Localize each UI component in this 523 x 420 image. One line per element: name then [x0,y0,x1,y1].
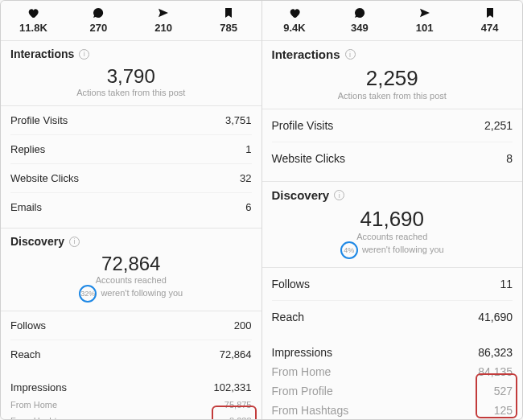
stat-shares[interactable]: 101 [392,6,457,34]
not-following-percent: 32% [79,285,97,303]
discovery-rows: Follows200 Reach72,864 [1,311,262,375]
row-website-clicks: Website Clicks8 [272,142,513,175]
engagement-bar: 9.4K 349 101 474 [262,1,523,41]
row-impressions: Impressions86,323 [272,343,513,362]
insights-panel-right: 9.4K 349 101 474 Interactions i 2,259 Ac… [262,1,523,419]
interactions-total: 3,790 [10,65,252,88]
interactions-header: Interactions i [10,47,252,60]
interactions-header: Interactions i [272,47,513,61]
row-emails: Emails6 [10,193,252,221]
interactions-section: Interactions i 2,259 Actions taken from … [262,41,523,109]
discovery-section: Discovery i 72,864 Accounts reached 32% … [1,228,262,311]
interactions-rows: Profile Visits2,251 Website Clicks8 [262,109,523,181]
engagement-bar: 11.8K 270 210 785 [1,1,262,41]
interactions-title: Interactions [10,47,74,60]
discovery-subtitle: Accounts reached 32% weren't following y… [10,275,252,303]
stat-likes[interactable]: 9.4K [262,6,327,34]
discovery-subtitle: Accounts reached 4% weren't following yo… [272,232,513,259]
discovery-rows: Follows11 Reach41,690 [262,268,523,340]
interactions-subtitle: Actions taken from this post [272,91,513,101]
discovery-header: Discovery i [10,235,252,248]
row-website-clicks: Website Clicks32 [10,164,252,193]
row-profile-visits: Profile Visits2,251 [272,109,513,142]
stat-shares[interactable]: 210 [131,6,196,34]
info-icon[interactable]: i [79,49,89,60]
interactions-subtitle: Actions taken from this post [10,88,252,97]
bookmark-icon [221,6,236,20]
comments-value: 270 [89,22,107,34]
bookmark-icon [483,6,497,20]
likes-value: 11.8K [19,22,47,34]
impressions-block: Impressions86,323 From Home84,135 From P… [262,340,523,419]
info-icon[interactable]: i [69,237,80,247]
row-profile-visits: Profile Visits3,751 [10,106,252,135]
row-follows: Follows200 [10,311,252,340]
heart-icon [26,6,40,20]
row-reach: Reach72,864 [10,340,252,369]
stat-comments[interactable]: 349 [327,6,392,34]
impressions-block: Impressions102,331 From Home75,875 From … [1,375,262,419]
discovery-title: Discovery [10,235,64,248]
info-icon[interactable]: i [345,49,356,60]
discovery-header: Discovery i [272,188,513,202]
interactions-rows: Profile Visits3,751 Replies1 Website Cli… [1,106,262,228]
stat-likes[interactable]: 11.8K [1,6,66,34]
accounts-reached-label: Accounts reached [356,232,427,241]
discovery-title: Discovery [272,188,330,202]
discovery-total: 72,864 [10,253,252,275]
shares-value: 101 [416,22,434,34]
row-from-hashtags: From Hashtags8,038 [10,413,252,419]
insights-comparison: 11.8K 270 210 785 Interactions i 3,790 A… [0,0,523,420]
insights-panel-left: 11.8K 270 210 785 Interactions i 3,790 A… [1,1,262,419]
row-from-hashtags: From Hashtags125 [272,401,513,419]
not-following-label: weren't following you [101,288,183,298]
discovery-section: Discovery i 41,690 Accounts reached 4% w… [262,181,523,268]
stat-comments[interactable]: 270 [66,6,131,34]
likes-value: 9.4K [283,22,305,34]
discovery-total: 41,690 [272,207,513,232]
share-icon [418,6,432,20]
row-reach: Reach41,690 [272,301,513,333]
row-from-home: From Home75,875 [10,397,252,413]
row-from-profile: From Profile527 [272,381,513,401]
saves-value: 474 [481,22,499,34]
info-icon[interactable]: i [334,190,344,200]
comment-icon [91,6,105,20]
comments-value: 349 [351,22,369,34]
row-from-home: From Home84,135 [272,362,513,381]
interactions-total: 2,259 [272,66,513,91]
stat-saves[interactable]: 474 [457,6,522,34]
heart-icon [287,6,302,20]
interactions-title: Interactions [272,47,340,61]
row-impressions: Impressions102,331 [10,378,252,397]
not-following-label: weren't following you [362,245,444,254]
comment-icon [352,6,367,20]
interactions-section: Interactions i 3,790 Actions taken from … [1,41,262,106]
saves-value: 785 [220,22,237,34]
shares-value: 210 [154,22,172,34]
share-icon [156,6,171,20]
row-follows: Follows11 [272,268,513,301]
row-replies: Replies1 [10,135,252,164]
not-following-percent: 4% [340,241,358,259]
stat-saves[interactable]: 785 [196,6,262,34]
accounts-reached-label: Accounts reached [96,275,167,285]
